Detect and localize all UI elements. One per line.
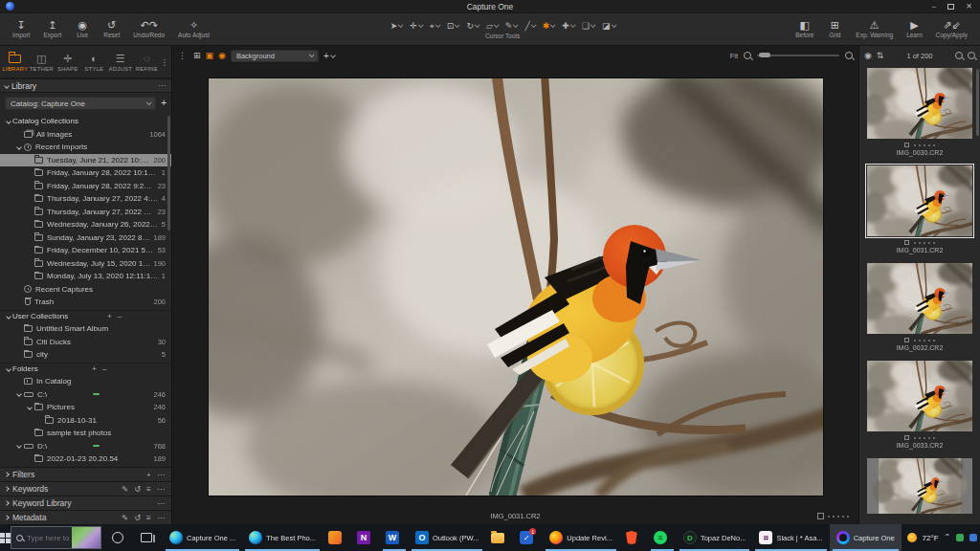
library-tree-item[interactable]: Thursday, January 27, 2022 12:52:43 PM 2…: [0, 206, 171, 219]
library-tree-item[interactable]: Recent Captures: [0, 283, 171, 297]
library-tree-item[interactable]: Trash 200: [0, 296, 171, 309]
star-rating[interactable]: [914, 340, 935, 342]
weather-icon[interactable]: [907, 533, 917, 542]
taskbar-app[interactable]: [619, 524, 648, 551]
library-tree-item[interactable]: Friday, January 28, 2022 9:25:59 AM 23: [0, 180, 171, 193]
proof-view-icon[interactable]: ◉: [218, 51, 226, 60]
thumbnail[interactable]: IMG_0030.CR2: [867, 68, 972, 157]
collapsed-section-header[interactable]: Metadata ✎ ↺ ≡ ⋯: [0, 510, 171, 524]
taskbar-app[interactable]: Outlook (PW...: [409, 524, 485, 551]
browser-scrollbar[interactable]: [976, 69, 979, 136]
cursor-tool-button[interactable]: ✎: [502, 20, 521, 32]
library-tree-item[interactable]: Wednesday, July 15, 2020 12:30:36 PM 190: [0, 257, 171, 271]
collapsed-section-header[interactable]: Keyword Library ⋯: [0, 496, 171, 510]
thumbnail-image[interactable]: [867, 361, 972, 431]
star-rating[interactable]: [914, 242, 935, 244]
toolbar-button[interactable]: ↧ Import: [6, 13, 36, 45]
tray-expand-icon[interactable]: ⌃: [945, 534, 951, 541]
cursor-tool-button[interactable]: ✚: [559, 20, 577, 32]
expander-icon[interactable]: [14, 392, 23, 396]
library-tree-item[interactable]: 2022-01-23 20.20.54 189: [0, 452, 171, 466]
taskbar-app[interactable]: Update Revi...: [543, 524, 619, 551]
library-tree-item[interactable]: All Images 1064: [0, 128, 171, 142]
library-tree-item[interactable]: Tuesday, June 21, 2022 10:42:44 AM 200: [0, 154, 171, 167]
collapsed-section-header[interactable]: Filters + ⋯: [0, 467, 171, 481]
library-tree-item[interactable]: In Catalog: [0, 375, 171, 388]
primary-view-icon[interactable]: ▣: [206, 51, 214, 60]
taskbar-app[interactable]: The Best Pho...: [242, 524, 323, 551]
taskbar-app[interactable]: Capture One: [830, 524, 902, 551]
thumb-zoom-icon[interactable]: [955, 52, 963, 59]
star-rating[interactable]: [828, 516, 849, 518]
library-tree-item[interactable]: Recent Imports: [0, 141, 171, 154]
cursor-tool-button[interactable]: ╱: [522, 20, 537, 32]
toolbar-button[interactable]: ↥ Export: [36, 13, 68, 45]
expander-icon[interactable]: [4, 120, 12, 123]
tool-tab[interactable]: ◫ TETHER: [29, 46, 56, 77]
minimize-button[interactable]: –: [932, 3, 936, 11]
cursor-tool-button[interactable]: ⌖: [427, 20, 442, 32]
library-tree-item[interactable]: Catalog Collections: [0, 115, 171, 128]
toolbar-button[interactable]: ▶ Learn: [900, 13, 929, 45]
thumbnail-image[interactable]: [867, 263, 972, 334]
section-actions[interactable]: ⋯: [157, 499, 167, 508]
layer-select[interactable]: Background: [231, 50, 319, 62]
library-tree-item[interactable]: D:\ 768: [0, 440, 171, 453]
taskbar-app[interactable]: [105, 524, 134, 551]
thumbnail[interactable]: IMG_0031.CR2: [867, 165, 972, 254]
toolbar-button[interactable]: ◧ Before: [789, 13, 820, 45]
taskbar-app[interactable]: Topaz DeNo...: [677, 524, 753, 551]
expander-icon[interactable]: [4, 315, 12, 319]
cursor-tool-button[interactable]: ⊡: [444, 20, 462, 32]
library-tree-item[interactable]: Wednesday, January 26, 2022 5:19:56 PM 5: [0, 218, 171, 231]
cursor-tool-button[interactable]: ◪: [599, 20, 618, 32]
library-tree-item[interactable]: C:\ 246: [0, 388, 171, 402]
library-panel-header[interactable]: Library ⋯: [0, 78, 171, 93]
close-button[interactable]: ✕: [966, 3, 972, 11]
library-tree-item[interactable]: Pictures 246: [0, 401, 171, 414]
main-photo[interactable]: [209, 78, 823, 496]
catalog-select[interactable]: Catalog: Capture One: [5, 97, 156, 110]
zoom-slider[interactable]: [757, 55, 839, 56]
library-tree-item[interactable]: sample test photos: [0, 427, 171, 440]
cursor-tool-button[interactable]: ↻: [463, 20, 481, 32]
toolbar-button[interactable]: ⚠ Exp. Warning: [849, 13, 900, 45]
search-highlight-image[interactable]: [72, 527, 100, 548]
taskbar-app[interactable]: [648, 524, 677, 551]
taskbar-app[interactable]: Capture One ...: [163, 524, 242, 551]
sort-icon[interactable]: ⇅: [877, 52, 884, 60]
multi-view-icon[interactable]: ⊞: [193, 51, 201, 60]
expander-icon[interactable]: [14, 444, 23, 448]
add-catalog-button[interactable]: +: [161, 99, 167, 108]
taskbar-app[interactable]: [134, 524, 163, 551]
library-tree-item[interactable]: city 5: [0, 348, 171, 362]
taskbar-app[interactable]: [380, 524, 409, 551]
tree-scrollbar[interactable]: [167, 116, 170, 231]
taskbar-app[interactable]: 1: [514, 524, 543, 551]
expander-icon[interactable]: [14, 145, 23, 149]
section-actions[interactable]: ✎ ↺ ≡ ⋯: [122, 514, 167, 522]
library-tree-item[interactable]: Friday, December 10, 2021 5:13:19 PM 53: [0, 244, 171, 257]
section-actions[interactable]: + ⋯: [146, 471, 167, 479]
tool-tab[interactable]: LIBRARY: [2, 46, 29, 77]
taskbar-app[interactable]: [485, 524, 514, 551]
cursor-tool-button[interactable]: ➤: [388, 20, 406, 32]
library-tree-item[interactable]: User Collections + –: [0, 310, 171, 323]
taskbar-app[interactable]: [323, 524, 351, 551]
thumbnail[interactable]: IMG_0033.CR2: [867, 361, 972, 450]
search-filter-icon[interactable]: [968, 52, 975, 59]
color-tag-icon[interactable]: [904, 143, 909, 147]
expander-icon[interactable]: [25, 406, 33, 409]
viewer-kebab-icon[interactable]: ⋮: [178, 51, 187, 60]
library-tree-item[interactable]: Citi Ducks 30: [0, 336, 171, 349]
color-tag-icon[interactable]: [904, 240, 909, 245]
eye-icon[interactable]: ◉: [864, 52, 872, 60]
zoom-out-icon[interactable]: [744, 52, 751, 59]
tool-tab[interactable]: ◌ REFINE: [134, 46, 161, 77]
taskbar-search[interactable]: [11, 526, 101, 549]
cursor-tool-button[interactable]: ✱: [540, 20, 558, 32]
panel-menu-icon[interactable]: ⋯: [158, 81, 167, 90]
library-tree-item[interactable]: 2018-10-31 56: [0, 414, 171, 428]
cursor-tool-button[interactable]: ❏: [579, 20, 597, 32]
taskbar-app[interactable]: Slack | * Asa...: [752, 524, 829, 551]
